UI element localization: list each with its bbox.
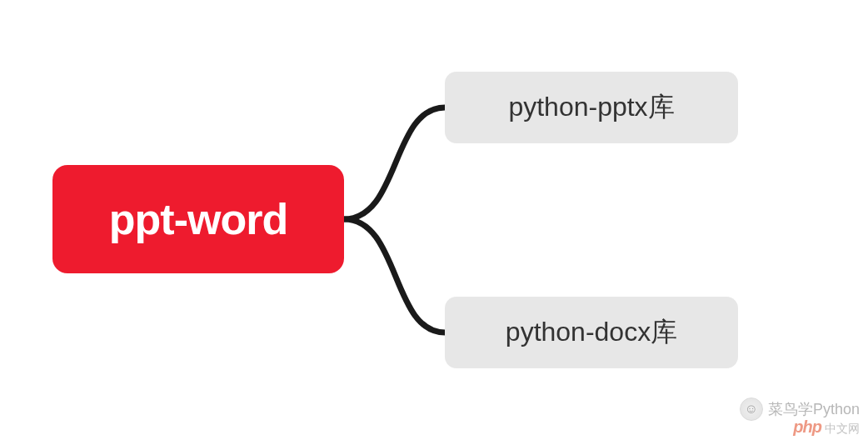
mindmap-diagram: ppt-word python-pptx库 python-docx库 ☺ 菜鸟学… <box>0 0 868 445</box>
watermark-text1: 菜鸟学Python <box>768 399 860 419</box>
child-node-pptx: python-pptx库 <box>445 72 738 143</box>
watermark-text2: 中文网 <box>825 422 860 437</box>
php-logo-text: php <box>793 418 821 437</box>
avatar-icon: ☺ <box>740 398 763 421</box>
child-node-label: python-pptx库 <box>508 89 674 126</box>
child-node-label: python-docx库 <box>506 314 677 351</box>
root-node: ppt-word <box>52 165 344 273</box>
watermark: ☺ 菜鸟学Python php 中文网 <box>740 398 860 437</box>
child-node-docx: python-docx库 <box>445 297 738 368</box>
watermark-line2: php 中文网 <box>740 418 860 437</box>
root-node-label: ppt-word <box>109 194 287 244</box>
